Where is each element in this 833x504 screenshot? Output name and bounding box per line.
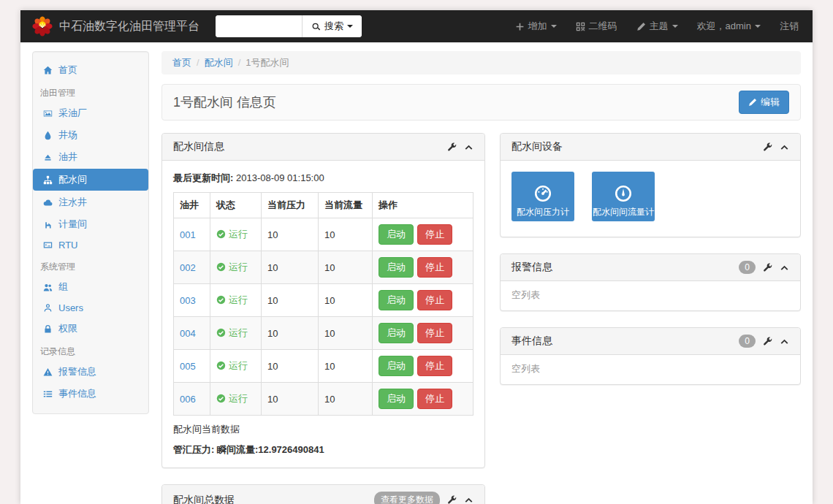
well-link[interactable]: 002 bbox=[180, 262, 196, 273]
wrench-icon[interactable] bbox=[447, 142, 457, 152]
current-data-label: 配水间当前数据 bbox=[173, 423, 473, 436]
view-more-data-badge[interactable]: 查看更多数据 bbox=[374, 492, 440, 504]
caret-down-icon bbox=[755, 25, 761, 28]
sidebar-item-alarm-info[interactable]: 报警信息 bbox=[33, 361, 148, 383]
sidebar-item-home[interactable]: 首页 bbox=[33, 59, 148, 81]
check-circle-icon bbox=[216, 394, 226, 403]
table-row: 006 运行 10 10 启动停止 bbox=[174, 383, 473, 416]
search-input[interactable] bbox=[216, 15, 302, 37]
caret-down-icon bbox=[551, 25, 557, 28]
sidebar-item-metering[interactable]: 计量间 bbox=[33, 213, 148, 235]
sidebar-item-wellsite[interactable]: 井场 bbox=[33, 124, 148, 146]
petrochina-logo-icon bbox=[31, 15, 53, 37]
stop-button[interactable]: 停止 bbox=[417, 356, 452, 376]
search-icon bbox=[311, 22, 321, 31]
app-title: 中石油数字化油田管理平台 bbox=[59, 19, 199, 34]
well-link[interactable]: 005 bbox=[180, 361, 196, 372]
sidebar-item-event-info[interactable]: 事件信息 bbox=[33, 383, 148, 405]
wrench-icon[interactable] bbox=[763, 263, 772, 272]
sidebar-item-water-distribution[interactable]: 配水间 bbox=[33, 169, 148, 191]
sidebar-item-users[interactable]: Users bbox=[33, 298, 148, 318]
table-row: 004 运行 10 10 启动停止 bbox=[174, 317, 473, 350]
sidebar-section-system: 系统管理 bbox=[33, 255, 148, 276]
collapse-chevron-up-icon[interactable] bbox=[780, 263, 789, 272]
start-button[interactable]: 启动 bbox=[379, 224, 414, 245]
menu-theme[interactable]: 主题 bbox=[636, 20, 678, 33]
wrench-icon[interactable] bbox=[763, 142, 772, 152]
start-button[interactable]: 启动 bbox=[379, 257, 414, 278]
well-link[interactable]: 006 bbox=[180, 394, 196, 405]
collapse-chevron-up-icon[interactable] bbox=[780, 337, 789, 346]
pipeline-icon bbox=[43, 220, 53, 229]
qrcode-icon bbox=[576, 22, 585, 31]
check-circle-icon bbox=[216, 328, 226, 337]
caret-down-icon bbox=[347, 25, 353, 28]
stop-button[interactable]: 停止 bbox=[417, 257, 452, 278]
warning-triangle-icon bbox=[43, 367, 53, 377]
start-button[interactable]: 启动 bbox=[379, 290, 414, 310]
brand[interactable]: 中石油数字化油田管理平台 bbox=[31, 15, 199, 37]
breadcrumb-home[interactable]: 首页 bbox=[172, 57, 191, 68]
sidebar-item-injection-well[interactable]: 注水井 bbox=[33, 191, 148, 213]
search-button[interactable]: 搜索 bbox=[302, 15, 362, 37]
menu-qrcode[interactable]: 二维码 bbox=[576, 20, 617, 33]
wrench-icon[interactable] bbox=[763, 337, 772, 346]
sitemap-icon bbox=[43, 175, 53, 185]
status-badge: 运行 bbox=[216, 294, 248, 307]
home-icon bbox=[43, 66, 53, 75]
breadcrumb-parent[interactable]: 配水间 bbox=[205, 57, 233, 68]
sidebar-item-group[interactable]: 组 bbox=[33, 276, 148, 298]
check-circle-icon bbox=[216, 262, 226, 272]
collapse-chevron-up-icon[interactable] bbox=[780, 142, 789, 152]
stop-button[interactable]: 停止 bbox=[417, 389, 452, 409]
menu-welcome-admin[interactable]: 欢迎，admin bbox=[697, 20, 761, 33]
breadcrumb: 首页/配水间/1号配水间 bbox=[161, 51, 801, 75]
stop-button[interactable]: 停止 bbox=[417, 290, 452, 310]
menu-logout[interactable]: 注销 bbox=[780, 20, 799, 33]
picture-icon bbox=[43, 109, 53, 118]
event-count-badge: 0 bbox=[739, 335, 756, 348]
devices-panel-title: 配水间设备 bbox=[511, 140, 563, 153]
alarm-info-panel: 报警信息 0 空列表 bbox=[500, 253, 801, 311]
status-badge: 运行 bbox=[216, 359, 248, 373]
browser-page: 中石油数字化油田管理平台 搜索 增加 二维码 主题 bbox=[20, 10, 813, 504]
collapse-chevron-up-icon[interactable] bbox=[464, 495, 473, 504]
menu-add[interactable]: 增加 bbox=[515, 20, 557, 33]
start-button[interactable]: 启动 bbox=[379, 389, 414, 409]
device-tile-pressure-gauge[interactable]: 配水间压力计 bbox=[511, 172, 574, 221]
wrench-icon[interactable] bbox=[447, 495, 457, 504]
table-row: 001 运行 10 10 启动停止 bbox=[174, 218, 473, 251]
edit-button[interactable]: 编辑 bbox=[739, 91, 789, 114]
sidebar: 首页 油田管理 采油厂 井场 油井 配水间 注水井 bbox=[32, 51, 149, 414]
list-icon bbox=[43, 389, 53, 399]
caret-down-icon bbox=[672, 25, 678, 28]
top-navbar: 中石油数字化油田管理平台 搜索 增加 二维码 主题 bbox=[20, 10, 813, 42]
cloud-icon bbox=[43, 198, 53, 207]
sidebar-item-rtu[interactable]: RTU bbox=[33, 235, 148, 255]
sidebar-section-oilfield: 油田管理 bbox=[33, 81, 148, 102]
status-badge: 运行 bbox=[216, 392, 248, 405]
pipe-pressure-flow: 管汇压力: 瞬间流量:12.9726490841 bbox=[173, 443, 473, 457]
well-link[interactable]: 004 bbox=[180, 328, 196, 339]
collapse-chevron-up-icon[interactable] bbox=[464, 142, 473, 152]
stop-button[interactable]: 停止 bbox=[417, 323, 452, 343]
derrick-icon bbox=[43, 153, 53, 162]
sidebar-item-plant[interactable]: 采油厂 bbox=[33, 102, 148, 124]
total-data-title: 配水间总数据 bbox=[173, 494, 235, 504]
wells-table: 油井 状态 当前压力 当前流量 操作 001 运行 10 bbox=[173, 192, 473, 416]
stop-button[interactable]: 停止 bbox=[417, 224, 452, 245]
device-tile-flow-meter[interactable]: 配水间间流量计 bbox=[592, 172, 655, 221]
alarm-panel-header: 报警信息 0 bbox=[501, 254, 800, 281]
check-circle-icon bbox=[216, 361, 226, 370]
event-panel-title: 事件信息 bbox=[511, 335, 552, 348]
start-button[interactable]: 启动 bbox=[379, 356, 414, 376]
sidebar-item-permissions[interactable]: 权限 bbox=[33, 318, 148, 340]
well-link[interactable]: 003 bbox=[180, 295, 196, 306]
navbar-search-form: 搜索 bbox=[216, 15, 362, 37]
droplet-icon bbox=[43, 131, 53, 140]
sidebar-item-oilwell[interactable]: 油井 bbox=[33, 146, 148, 168]
start-button[interactable]: 启动 bbox=[379, 323, 414, 343]
water-room-info-panel: 配水间信息 最后更新时间: 2013-08-09 01:15:00 bbox=[161, 133, 485, 468]
empty-list-text: 空列表 bbox=[511, 289, 540, 300]
well-link[interactable]: 001 bbox=[180, 229, 196, 240]
